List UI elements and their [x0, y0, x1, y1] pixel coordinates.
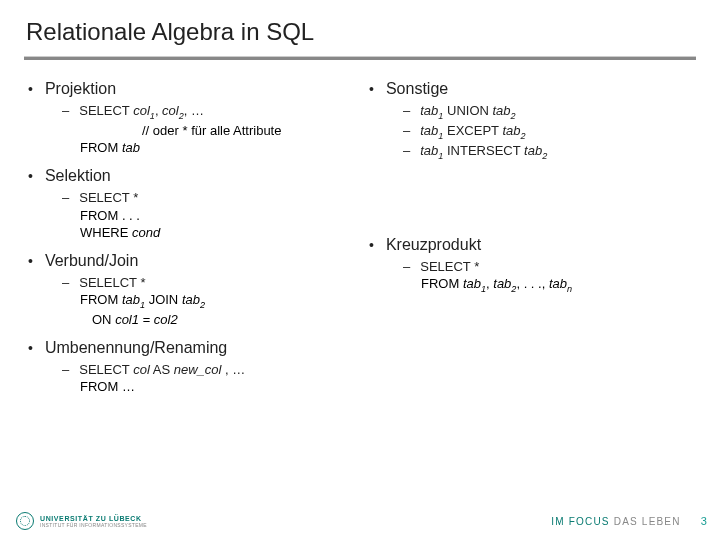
verbund-line1: – SELELCT * [62, 274, 355, 292]
right-column: • Sonstige – tab1 UNION tab2 – tab1 EXCE… [365, 78, 696, 406]
bullet-kreuz: • Kreuzprodukt [365, 236, 696, 254]
spacer [365, 172, 696, 234]
bullet-verbund: • Verbund/Join [24, 252, 355, 270]
bullet-dot-icon: • [28, 82, 33, 96]
bullet-selektion-label: Selektion [45, 167, 111, 185]
bullet-umbenennung: • Umbenennung/Renaming [24, 339, 355, 357]
bullet-verbund-label: Verbund/Join [45, 252, 138, 270]
projektion-code3: FROM tab [62, 139, 355, 157]
title-rule [24, 56, 696, 60]
kreuz-code2: FROM tab1, tab2, . . ., tabn [403, 275, 696, 295]
selektion-line1: – SELECT * [62, 189, 355, 207]
verbund-block: – SELELCT * FROM tab1 JOIN tab2 ON col1 … [24, 274, 355, 329]
selektion-code1: SELECT * [79, 189, 138, 207]
dash-icon: – [403, 142, 410, 160]
bullet-kreuz-label: Kreuzprodukt [386, 236, 481, 254]
selektion-code2: FROM . . . [62, 207, 355, 225]
selektion-block: – SELECT * FROM . . . WHERE cond [24, 189, 355, 242]
university-seal-icon [16, 512, 34, 530]
university-logo: UNIVERSITÄT ZU LÜBECK INSTITUT FÜR INFOR… [16, 512, 147, 530]
bullet-projektion-label: Projektion [45, 80, 116, 98]
bullet-dot-icon: • [28, 169, 33, 183]
dash-icon: – [403, 122, 410, 140]
slide-title: Relationale Algebra in SQL [24, 18, 696, 46]
umbenennung-line1: – SELECT col AS new_col , … [62, 361, 355, 379]
bullet-projektion: • Projektion [24, 80, 355, 98]
sonstige-r2: – tab1 EXCEPT tab2 [403, 122, 696, 142]
umbenennung-code1: SELECT col AS new_col , … [79, 361, 245, 379]
slide: Relationale Algebra in SQL • Projektion … [0, 0, 720, 540]
bullet-dot-icon: • [369, 82, 374, 96]
bullet-dot-icon: • [28, 254, 33, 268]
bullet-umbenennung-label: Umbenennung/Renaming [45, 339, 227, 357]
projektion-block: – SELECT col1, col2, … // oder * für all… [24, 102, 355, 157]
institute-name: INSTITUT FÜR INFORMATIONSSYSTEME [40, 523, 147, 528]
verbund-code2: FROM tab1 JOIN tab2 [62, 291, 355, 311]
university-text: UNIVERSITÄT ZU LÜBECK INSTITUT FÜR INFOR… [40, 515, 147, 528]
left-column: • Projektion – SELECT col1, col2, … // o… [24, 78, 355, 406]
dash-icon: – [403, 258, 410, 276]
sonstige-r3: – tab1 INTERSECT tab2 [403, 142, 696, 162]
bullet-sonstige-label: Sonstige [386, 80, 448, 98]
footer-motto: IM FOCUS DAS LEBEN 3 [551, 515, 708, 527]
bullet-dot-icon: • [369, 238, 374, 252]
kreuz-block: – SELECT * FROM tab1, tab2, . . ., tabn [365, 258, 696, 295]
kreuz-line1: – SELECT * [403, 258, 696, 276]
sonstige-block: – tab1 UNION tab2 – tab1 EXCEPT tab2 – t… [365, 102, 696, 162]
bullet-dot-icon: • [28, 341, 33, 355]
dash-icon: – [62, 102, 69, 120]
footer: UNIVERSITÄT ZU LÜBECK INSTITUT FÜR INFOR… [0, 508, 720, 534]
umbenennung-code2: FROM … [62, 378, 355, 396]
dash-icon: – [62, 361, 69, 379]
university-name: UNIVERSITÄT ZU LÜBECK [40, 515, 147, 522]
projektion-code1: SELECT col1, col2, … [79, 102, 204, 122]
verbund-code1: SELELCT * [79, 274, 145, 292]
dash-icon: – [62, 274, 69, 292]
content-columns: • Projektion – SELECT col1, col2, … // o… [24, 78, 696, 406]
selektion-code3: WHERE cond [62, 224, 355, 242]
bullet-sonstige: • Sonstige [365, 80, 696, 98]
verbund-code3: ON col1 = col2 [62, 311, 355, 329]
sonstige-r1: – tab1 UNION tab2 [403, 102, 696, 122]
page-number: 3 [701, 515, 708, 527]
umbenennung-block: – SELECT col AS new_col , … FROM … [24, 361, 355, 396]
projektion-code2: // oder * für alle Attribute [62, 122, 355, 140]
dash-icon: – [62, 189, 69, 207]
projektion-line1: – SELECT col1, col2, … [62, 102, 355, 122]
kreuz-code1: SELECT * [420, 258, 479, 276]
bullet-selektion: • Selektion [24, 167, 355, 185]
dash-icon: – [403, 102, 410, 120]
